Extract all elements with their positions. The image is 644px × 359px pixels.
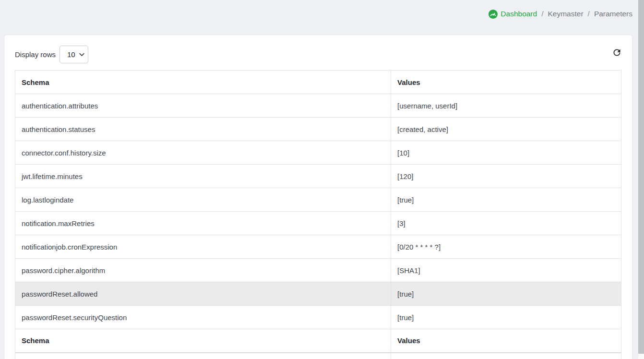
vertical-scrollbar[interactable]	[638, 0, 644, 359]
values-cell: [username, userId]	[391, 94, 621, 118]
breadcrumb-item-dashboard[interactable]: Dashboard	[489, 10, 537, 19]
schema-cell: password.cipher.algorithm	[15, 259, 391, 282]
table-row[interactable]: notification.maxRetries[3]	[15, 212, 621, 235]
table-row[interactable]: authentication.statuses[created, active]	[15, 118, 621, 141]
values-cell: [true]	[391, 188, 621, 212]
parameters-card: Display rows 10 Schema Values authentica…	[4, 35, 632, 359]
table-row[interactable]: passwordReset.securityQuestion[true]	[15, 306, 621, 329]
footer-column-header-schema[interactable]: Schema	[15, 329, 391, 353]
values-cell: [3]	[391, 212, 621, 235]
schema-cell: notification.maxRetries	[15, 212, 391, 235]
schema-cell: log.lastlogindate	[15, 188, 391, 212]
empty-cell	[15, 353, 391, 359]
parameters-table: Schema Values authentication.attributes[…	[15, 70, 621, 359]
top-bar: Dashboard / Keymaster / Parameters	[0, 0, 632, 28]
table-row-partial	[15, 353, 621, 359]
table-controls: Display rows 10	[15, 46, 621, 63]
values-cell: [SHA1]	[391, 259, 621, 282]
values-cell: [0/20 * * * * ?]	[391, 235, 621, 259]
schema-cell: passwordReset.securityQuestion	[15, 306, 391, 329]
column-header-values[interactable]: Values	[391, 71, 621, 94]
breadcrumb-item-parameters: Parameters	[594, 10, 632, 18]
table-row[interactable]: jwt.lifetime.minutes[120]	[15, 165, 621, 188]
dashboard-gauge-icon	[489, 10, 498, 19]
schema-cell: jwt.lifetime.minutes	[15, 165, 391, 188]
breadcrumb-item-keymaster: Keymaster	[548, 10, 583, 18]
schema-cell: passwordReset.allowed	[15, 282, 391, 306]
table-header-row: Schema Values	[15, 71, 621, 94]
column-header-schema[interactable]: Schema	[15, 71, 391, 94]
breadcrumb: Dashboard / Keymaster / Parameters	[489, 10, 632, 19]
breadcrumb-separator: /	[588, 10, 590, 18]
display-rows-label: Display rows	[15, 50, 56, 59]
breadcrumb-separator: /	[541, 10, 543, 18]
values-cell: [10]	[391, 141, 621, 165]
values-cell: [true]	[391, 282, 621, 306]
breadcrumb-label: Dashboard	[501, 10, 537, 18]
schema-cell: notificationjob.cronExpression	[15, 235, 391, 259]
table-row[interactable]: notificationjob.cronExpression[0/20 * * …	[15, 235, 621, 259]
schema-cell: authentication.attributes	[15, 94, 391, 118]
scrollbar-thumb[interactable]	[638, 0, 644, 354]
rows-per-page-select[interactable]: 10	[60, 46, 88, 63]
schema-cell: connector.conf.history.size	[15, 141, 391, 165]
values-cell: [created, active]	[391, 118, 621, 141]
table-row[interactable]: password.cipher.algorithm[SHA1]	[15, 259, 621, 282]
table-row[interactable]: passwordReset.allowed[true]	[15, 282, 621, 306]
breadcrumb-label: Parameters	[594, 10, 632, 18]
empty-cell	[391, 353, 621, 359]
table-body: authentication.attributes[username, user…	[15, 94, 621, 329]
table-row[interactable]: log.lastlogindate[true]	[15, 188, 621, 212]
refresh-icon	[612, 48, 622, 58]
footer-column-header-values[interactable]: Values	[391, 329, 621, 353]
table-footer-header-row: Schema Values	[15, 329, 621, 353]
breadcrumb-label: Keymaster	[548, 10, 583, 18]
values-cell: [120]	[391, 165, 621, 188]
schema-cell: authentication.statuses	[15, 118, 391, 141]
values-cell: [true]	[391, 306, 621, 329]
refresh-button[interactable]	[610, 46, 623, 59]
table-row[interactable]: authentication.attributes[username, user…	[15, 94, 621, 118]
table-row[interactable]: connector.conf.history.size[10]	[15, 141, 621, 165]
